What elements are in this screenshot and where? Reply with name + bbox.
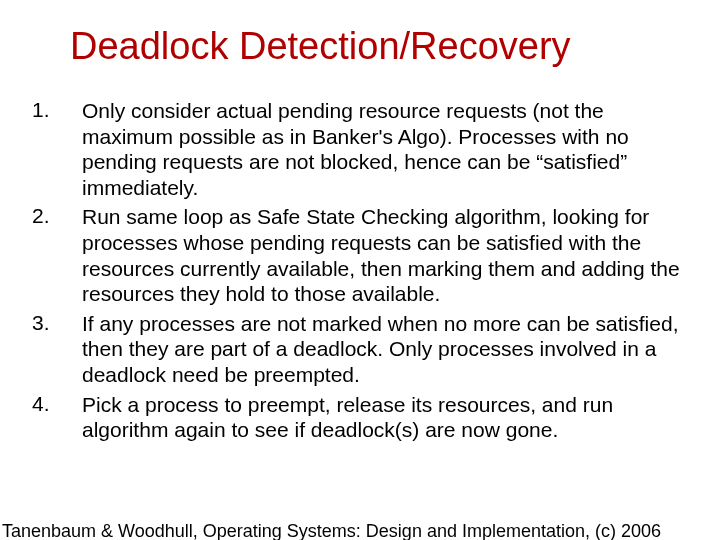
item-text: Only consider actual pending resource re… bbox=[82, 98, 690, 200]
list-item: 1. Only consider actual pending resource… bbox=[30, 98, 690, 200]
item-text: If any processes are not marked when no … bbox=[82, 311, 690, 388]
list-item: 4. Pick a process to preempt, release it… bbox=[30, 392, 690, 443]
slide: Deadlock Detection/Recovery 1. Only cons… bbox=[0, 0, 720, 540]
item-number: 1. bbox=[30, 98, 82, 122]
item-number: 2. bbox=[30, 204, 82, 228]
item-number: 3. bbox=[30, 311, 82, 335]
item-text: Pick a process to preempt, release its r… bbox=[82, 392, 690, 443]
footer-text: Tanenbaum & Woodhull, Operating Systems:… bbox=[2, 521, 661, 540]
list-item: 2. Run same loop as Safe State Checking … bbox=[30, 204, 690, 306]
item-text: Run same loop as Safe State Checking alg… bbox=[82, 204, 690, 306]
page-title: Deadlock Detection/Recovery bbox=[70, 25, 690, 68]
ordered-list: 1. Only consider actual pending resource… bbox=[30, 98, 690, 443]
list-item: 3. If any processes are not marked when … bbox=[30, 311, 690, 388]
item-number: 4. bbox=[30, 392, 82, 416]
